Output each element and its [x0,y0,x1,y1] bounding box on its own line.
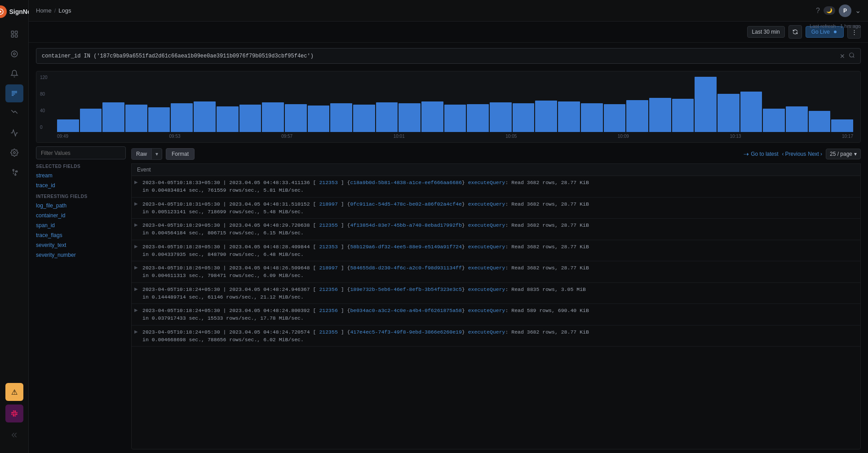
chart-bar [467,104,489,132]
chart-bar [763,109,785,132]
log-entry[interactable]: ▶ 2023-04-05T10:18:24+05:30 | 2023.04.05… [132,325,860,347]
chart-bar [125,105,147,132]
log-entry[interactable]: ▶ 2023-04-05T10:18:24+05:30 | 2023.04.05… [132,304,860,325]
theme-toggle[interactable]: 🌙 [824,6,835,15]
search-clear-icon[interactable]: ✕ [840,53,845,60]
log-expand-icon[interactable]: ▶ [134,180,138,185]
logs-table-header: Event [131,163,861,176]
search-input[interactable] [42,53,836,59]
chart-bar [558,101,580,132]
breadcrumb: Home / Logs [36,7,71,14]
log-expand-icon[interactable]: ▶ [134,286,138,291]
logo-icon [0,5,7,18]
time-range-button[interactable]: Last 30 min [747,26,785,38]
chart-bar [308,106,330,132]
sidebar-item-warning[interactable]: ⚠ [5,383,23,401]
chart-bars [57,77,853,132]
previous-btn[interactable]: ‹ Previous [782,151,806,157]
logo[interactable]: SignNoz [0,5,28,18]
log-text: 2023-04-05T10:18:24+05:30 | 2023.04.05 0… [142,328,855,344]
topbar-right: ? 🌙 P ⌄ [816,4,861,17]
log-entry[interactable]: ▶ 2023-04-05T10:18:24+05:30 | 2023.04.05… [132,283,860,304]
logs-toolbar: Raw ▾ Format ⇢ Go to latest ‹ Previous [131,146,861,163]
log-entry[interactable]: ▶ 2023-04-05T10:18:33+05:30 | 2023.04.05… [132,176,860,198]
svg-point-9 [13,169,14,171]
svg-point-13 [850,53,854,57]
sidebar-item-dashboard[interactable] [5,25,23,43]
content-area: ✕ 120 80 40 0 09 [29,43,868,453]
log-expand-icon[interactable]: ▶ [134,244,138,249]
view-raw-btn[interactable]: Raw [132,149,152,159]
log-text: 2023-04-05T10:18:33+05:30 | 2023.04.05 0… [142,179,855,194]
sidebar-item-analytics[interactable] [5,104,23,122]
svg-rect-2 [11,31,13,33]
sidebar-item-integrations[interactable] [5,163,23,181]
next-btn[interactable]: Next › [808,151,822,157]
chart-bar [102,102,124,132]
svg-rect-3 [15,31,17,33]
chart-bar [513,103,535,132]
filter-input[interactable] [41,150,121,156]
svg-point-8 [13,152,15,154]
sidebar-item-settings[interactable] [5,144,23,162]
last-refresh-time: Last refresh - 1 hrs ago [810,23,861,29]
format-button[interactable]: Format [166,148,195,160]
chart-bar [285,104,307,132]
log-expand-icon[interactable]: ▶ [134,329,138,334]
user-avatar[interactable]: P [839,4,851,17]
log-expand-icon[interactable]: ▶ [134,222,138,227]
field-trace-id[interactable]: trace_id [36,181,126,189]
sidebar-nav [0,25,28,383]
log-entry[interactable]: ▶ 2023-04-05T10:18:28+05:30 | 2023.04.05… [132,240,860,262]
interesting-fields-section: INTERESTING FIELDS log_file_path contain… [36,193,126,259]
refresh-button[interactable] [788,25,802,39]
field-container-id[interactable]: container_id [36,211,126,220]
chart-bar [490,102,512,132]
search-bar: ✕ [36,48,861,64]
chart-container: 120 80 40 0 09:49 09:53 09:57 10:01 10:0… [36,71,861,143]
logs-toolbar-right: ⇢ Go to latest ‹ Previous Next › [744,149,861,159]
breadcrumb-current: Logs [58,7,71,14]
sidebar-item-explorer[interactable] [5,45,23,63]
log-expand-icon[interactable]: ▶ [134,201,138,206]
log-expand-icon[interactable]: ▶ [134,265,138,270]
field-trace-flags[interactable]: trace_flags [36,231,126,239]
chart-bar [376,102,398,132]
go-to-latest-label: Go to latest [751,151,778,157]
chart-bar [695,77,717,132]
chart-bar [535,101,557,132]
sidebar-item-slack[interactable] [5,405,23,422]
sidebar-item-alerts[interactable] [5,65,23,83]
field-severity-text[interactable]: severity_text [36,241,126,249]
breadcrumb-home[interactable]: Home [36,7,52,14]
help-icon[interactable]: ? [816,7,820,15]
page-size-selector[interactable]: 25 / page ▾ [826,149,861,159]
chart-bar [194,101,216,132]
chart-bar [786,106,808,132]
chart-bar [649,98,671,132]
log-expand-icon[interactable]: ▶ [134,308,138,312]
chart-bar [217,106,239,132]
chart-bar [262,102,284,132]
search-submit-icon[interactable] [849,52,855,60]
log-entry[interactable]: ▶ 2023-04-05T10:18:31+05:30 | 2023.04.05… [132,198,860,219]
chart-bar [421,101,443,132]
field-severity-number[interactable]: severity_number [36,251,126,259]
svg-rect-5 [15,35,17,37]
chart-bar [330,103,352,132]
field-log-file-path[interactable]: log_file_path [36,202,126,210]
log-entry[interactable]: ▶ 2023-04-05T10:18:26+05:30 | 2023.04.05… [132,261,860,283]
sidebar-collapse-btn[interactable] [5,426,23,444]
log-entry[interactable]: ▶ 2023-04-05T10:18:29+05:30 | 2023.04.05… [132,219,860,240]
sidebar-item-logs[interactable] [5,84,23,102]
chart-bar [399,103,421,132]
view-raw-dropdown[interactable]: ▾ [152,149,162,159]
topbar-menu-icon[interactable]: ⌄ [855,6,861,15]
chart-bar [148,107,170,132]
field-span-id[interactable]: span_id [36,221,126,229]
log-text: 2023-04-05T10:18:31+05:30 | 2023.04.05 0… [142,200,855,216]
field-stream[interactable]: stream [36,172,126,180]
sidebar-item-metrics[interactable] [5,124,23,142]
go-to-latest-btn[interactable]: ⇢ Go to latest [744,150,778,158]
svg-point-1 [0,11,1,13]
